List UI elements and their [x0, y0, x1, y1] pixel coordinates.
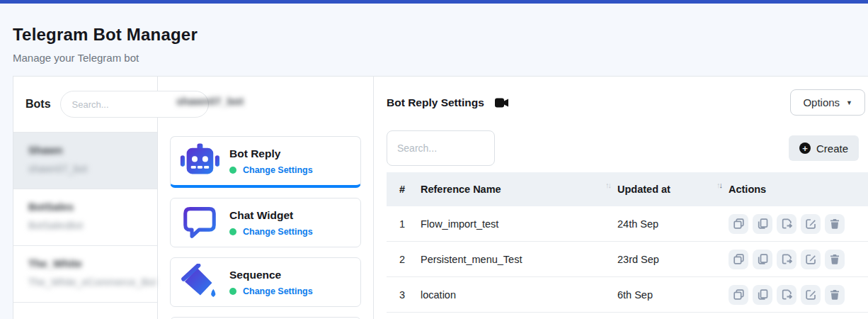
create-button[interactable]: + Create	[789, 135, 859, 161]
feature-card-body: Bot Reply Change Settings	[229, 147, 313, 175]
row-updated-at: 6th Sep	[617, 289, 729, 301]
row-reference-name: Persistent_menu_Test	[421, 254, 617, 265]
feature-card-body: Chat Widget Change Settings	[229, 209, 313, 237]
column-header-index: #	[399, 184, 421, 195]
paint-bucket-icon	[179, 264, 220, 300]
row-updated-at: 24th Sep	[617, 218, 729, 230]
column-header-label: Updated at	[617, 184, 670, 195]
settings-title: Bot Reply Settings	[387, 96, 484, 109]
plus-circle-icon: +	[799, 142, 811, 154]
bot-list-item[interactable]: Shawn shawn07_bot	[13, 132, 157, 189]
main-content: Bots Shawn shawn07_bot BotSales BotSales…	[13, 76, 868, 319]
export-icon[interactable]	[777, 214, 796, 234]
options-button-label: Options	[803, 96, 840, 108]
options-button[interactable]: Options ▼	[790, 89, 865, 116]
bot-name: The_White	[28, 257, 142, 269]
export-icon[interactable]	[777, 250, 796, 269]
clone-icon[interactable]	[729, 250, 748, 269]
robot-icon	[179, 143, 220, 179]
bot-name: Shawn	[28, 144, 142, 156]
change-settings-link[interactable]: Change Settings	[243, 227, 313, 237]
sort-icon[interactable]: ↑↓	[716, 181, 721, 189]
copy-icon[interactable]	[753, 285, 772, 305]
bot-list-item[interactable]	[13, 302, 157, 319]
column-header-updated[interactable]: Updated at ↑↓	[617, 184, 729, 195]
video-camera-icon[interactable]	[495, 98, 509, 108]
page-title: Telegram Bot Manager	[13, 25, 868, 45]
chevron-down-icon: ▼	[846, 99, 852, 106]
column-header-reference[interactable]: Reference Name ↑↓	[421, 184, 617, 195]
column-header-actions: Actions	[729, 184, 868, 195]
create-button-label: Create	[816, 142, 848, 155]
selected-bot-name: shawn07_bot	[176, 95, 373, 108]
change-settings-link[interactable]: Change Settings	[243, 286, 313, 296]
row-updated-at: 23rd Sep	[617, 254, 729, 265]
feature-card-action: Change Settings	[229, 286, 313, 296]
bots-sidebar: Bots Shawn shawn07_bot BotSales BotSales…	[13, 77, 158, 319]
row-index: 1	[399, 218, 421, 230]
bot-reply-settings-panel: Bot Reply Settings Options ▼ + Create #	[374, 77, 868, 319]
settings-header: Bot Reply Settings Options ▼	[387, 89, 868, 116]
delete-icon[interactable]	[825, 250, 845, 269]
bots-title: Bots	[25, 98, 51, 111]
status-dot-icon	[229, 167, 236, 174]
edit-icon[interactable]	[801, 214, 821, 234]
row-actions	[729, 285, 868, 305]
row-index: 3	[399, 289, 421, 301]
feature-card-title: Chat Widget	[229, 209, 313, 222]
export-icon[interactable]	[777, 285, 796, 305]
feature-card-bot-reply[interactable]: Bot Reply Change Settings	[170, 136, 361, 188]
table-row: 2 Persistent_menu_Test 23rd Sep	[387, 242, 868, 277]
bot-list-item[interactable]: BotSales BotSalesBot	[13, 189, 157, 245]
row-reference-name: Flow_import_test	[421, 218, 617, 230]
page-subtitle: Manage your Telegram bot	[13, 52, 868, 64]
bot-list-item[interactable]: The_White The_White_eCommerce_Bot	[13, 245, 157, 302]
clone-icon[interactable]	[729, 214, 748, 234]
clone-icon[interactable]	[729, 285, 748, 305]
feature-card-body: Sequence Change Settings	[229, 269, 313, 296]
table-row: 3 location 6th Sep	[387, 277, 868, 313]
row-reference-name: location	[421, 289, 617, 301]
table-row: 1 Flow_import_test 24th Sep	[387, 206, 868, 242]
edit-icon[interactable]	[801, 285, 821, 305]
copy-icon[interactable]	[753, 214, 772, 234]
bot-username: The_White_eCommerce_Bot	[28, 276, 142, 288]
delete-icon[interactable]	[825, 214, 845, 234]
sort-icon[interactable]: ↑↓	[605, 181, 610, 189]
status-dot-icon	[229, 288, 236, 295]
copy-icon[interactable]	[753, 250, 772, 269]
bot-name: BotSales	[28, 201, 142, 213]
bot-username: BotSalesBot	[28, 220, 142, 231]
bot-features-panel: shawn07_bot	[158, 77, 374, 319]
change-settings-link[interactable]: Change Settings	[243, 165, 313, 175]
bots-sidebar-header: Bots	[13, 77, 157, 132]
settings-toolbar: + Create	[387, 130, 868, 166]
feature-cards: Bot Reply Change Settings	[158, 136, 373, 319]
feature-card-title: Sequence	[229, 269, 313, 281]
row-actions	[729, 250, 868, 269]
feature-card-title: Bot Reply	[229, 147, 313, 160]
row-index: 2	[399, 254, 421, 265]
feature-card-action: Change Settings	[229, 227, 313, 237]
chat-bubble-icon	[179, 205, 220, 240]
table-header-row: # Reference Name ↑↓ Updated at ↑↓ Action…	[387, 172, 868, 206]
feature-card-chat-widget[interactable]: Chat Widget Change Settings	[170, 198, 361, 247]
page-header: Telegram Bot Manager Manage your Telegra…	[0, 4, 868, 64]
delete-icon[interactable]	[825, 285, 845, 305]
status-dot-icon	[229, 228, 236, 235]
feature-card-sequence[interactable]: Sequence Change Settings	[170, 257, 361, 307]
row-actions	[729, 214, 868, 234]
table-search-input[interactable]	[387, 130, 495, 166]
feature-card-action: Change Settings	[229, 165, 313, 175]
column-header-label: Reference Name	[421, 184, 501, 195]
bot-username: shawn07_bot	[28, 163, 142, 174]
edit-icon[interactable]	[801, 250, 821, 269]
